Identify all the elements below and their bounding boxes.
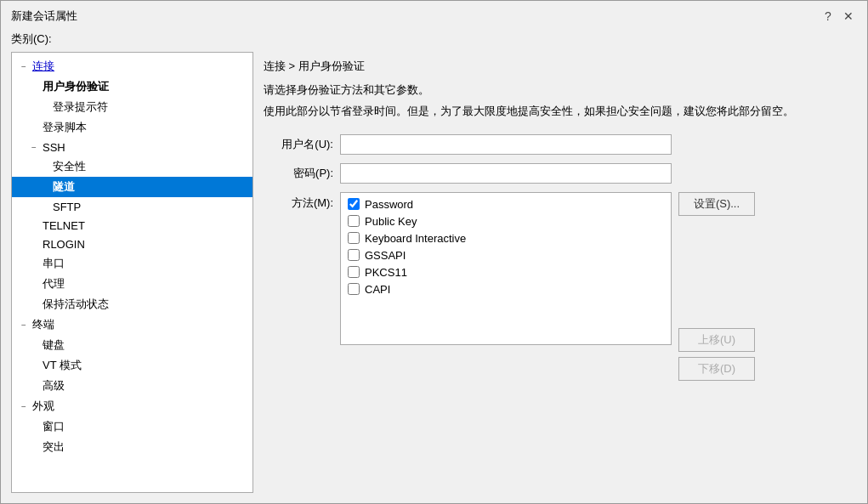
tree-label: 用户身份验证 <box>43 79 109 94</box>
tree-label: 安全性 <box>53 159 86 174</box>
sidebar-item-auth[interactable]: 用户身份验证 <box>12 76 252 97</box>
title-bar: 新建会话属性 ? ✕ <box>1 1 867 28</box>
tree-label: 登录脚本 <box>43 120 87 135</box>
sidebar-item-rlogin[interactable]: RLOGIN <box>12 235 252 253</box>
sidebar-item-terminal[interactable]: − 终端 <box>12 314 252 335</box>
title-controls: ? ✕ <box>820 8 857 25</box>
sidebar-item-vt-mode[interactable]: VT 模式 <box>12 355 252 376</box>
method-public-key-item: Public Key <box>348 215 664 228</box>
method-capi-item: CAPI <box>348 283 664 296</box>
description2: 使用此部分以节省登录时间。但是，为了最大限度地提高安全性，如果担心安全问题，建议… <box>264 103 857 121</box>
method-buttons: 设置(S)... 上移(U) 下移(D) <box>678 192 755 381</box>
tree-panel: − 连接 用户身份验证 登录提示符 <box>11 52 253 493</box>
sidebar-item-keepalive[interactable]: 保持活动状态 <box>12 294 252 314</box>
method-pkcs11-item: PKCS11 <box>348 266 664 279</box>
sidebar-item-login-prompt[interactable]: 登录提示符 <box>12 97 252 117</box>
password-row: 密码(P): <box>264 163 857 184</box>
tree-label: SFTP <box>53 201 81 213</box>
sidebar-item-tunnel[interactable]: 隧道 <box>12 177 252 197</box>
method-capi-checkbox[interactable] <box>348 283 360 295</box>
spacer-icon <box>27 359 41 372</box>
tree-label: 窗口 <box>43 419 65 434</box>
spacer-icon <box>37 200 51 213</box>
method-public-key-label: Public Key <box>365 215 417 228</box>
method-pkcs11-checkbox[interactable] <box>348 266 360 278</box>
dialog-body: − 连接 用户身份验证 登录提示符 <box>1 52 867 503</box>
sidebar-item-advanced[interactable]: 高级 <box>12 376 252 396</box>
sidebar-item-security[interactable]: 安全性 <box>12 156 252 177</box>
sidebar-item-login-script[interactable]: 登录脚本 <box>12 117 252 138</box>
method-gssapi-checkbox[interactable] <box>348 249 360 261</box>
tree-label: RLOGIN <box>43 238 85 251</box>
tree-label: 登录提示符 <box>53 99 108 115</box>
username-label: 用户名(U): <box>264 137 340 152</box>
method-with-buttons: Password Public Key Keyboard Interactive <box>340 192 755 381</box>
sidebar-item-window[interactable]: 窗口 <box>12 416 252 437</box>
tree-label: 串口 <box>43 256 65 271</box>
minus-icon: − <box>17 318 31 331</box>
tree-label: 代理 <box>43 276 65 292</box>
close-button[interactable]: ✕ <box>840 8 857 25</box>
method-label: 方法(M): <box>264 192 340 211</box>
method-public-key-checkbox[interactable] <box>348 215 360 227</box>
setup-button[interactable]: 设置(S)... <box>678 192 755 216</box>
tree-label: 连接 <box>32 59 54 74</box>
password-label: 密码(P): <box>264 166 340 181</box>
category-label: 类别(C): <box>1 28 867 52</box>
spacer-icon <box>27 297 41 311</box>
breadcrumb: 连接 > 用户身份验证 <box>264 52 857 82</box>
tree-label: 隧道 <box>53 179 75 195</box>
spacer-icon <box>27 237 41 251</box>
tree-label: 终端 <box>32 317 54 332</box>
sidebar-item-proxy[interactable]: 代理 <box>12 274 252 294</box>
method-gssapi-label: GSSAPI <box>365 249 406 262</box>
sidebar-item-telnet[interactable]: TELNET <box>12 216 252 235</box>
minus-icon: − <box>17 59 31 73</box>
spacer-icon <box>37 180 51 194</box>
method-password-label: Password <box>365 198 413 211</box>
method-keyboard-interactive-checkbox[interactable] <box>348 232 360 244</box>
spacer-icon <box>27 218 41 232</box>
tree-label: 高级 <box>43 378 65 394</box>
method-gssapi-item: GSSAPI <box>348 249 664 262</box>
method-row: 方法(M): Password Public Key <box>264 192 857 381</box>
method-password-checkbox[interactable] <box>348 198 360 210</box>
method-capi-label: CAPI <box>365 283 390 296</box>
tree-label: 突出 <box>43 439 65 455</box>
spacer-icon <box>37 160 51 173</box>
spacer-icon <box>37 100 51 114</box>
help-button[interactable]: ? <box>820 8 837 25</box>
tree-label: 保持活动状态 <box>43 297 109 312</box>
spacer-icon <box>27 277 41 291</box>
password-input[interactable] <box>340 163 672 184</box>
tree-label: TELNET <box>43 219 85 232</box>
method-list-box: Password Public Key Keyboard Interactive <box>340 192 672 345</box>
spacer-icon <box>27 338 41 352</box>
spacer-icon <box>27 440 41 454</box>
method-keyboard-interactive-label: Keyboard Interactive <box>365 232 466 245</box>
down-button[interactable]: 下移(D) <box>678 357 755 381</box>
spacer-icon <box>27 257 41 270</box>
sidebar-item-popup[interactable]: 突出 <box>12 437 252 457</box>
method-pkcs11-label: PKCS11 <box>365 266 407 279</box>
sidebar-item-sftp[interactable]: SFTP <box>12 197 252 216</box>
sidebar-item-ssh[interactable]: − SSH <box>12 138 252 156</box>
dialog: 新建会话属性 ? ✕ 类别(C): − 连接 用户身份验证 <box>0 0 868 504</box>
tree-label: SSH <box>43 141 65 154</box>
minus-icon: − <box>27 140 41 154</box>
up-button[interactable]: 上移(U) <box>678 328 755 352</box>
sidebar-item-serial[interactable]: 串口 <box>12 253 252 274</box>
spacer-icon <box>27 121 41 134</box>
method-keyboard-interactive-item: Keyboard Interactive <box>348 232 664 245</box>
spacer-icon <box>27 80 41 93</box>
sidebar-item-keyboard[interactable]: 键盘 <box>12 335 252 355</box>
method-password-item: Password <box>348 198 664 211</box>
sidebar-item-appearance[interactable]: − 外观 <box>12 396 252 416</box>
dialog-title: 新建会话属性 <box>11 8 77 24</box>
tree-label: 外观 <box>32 399 54 414</box>
username-input[interactable] <box>340 134 672 155</box>
sidebar-item-connection[interactable]: − 连接 <box>12 56 252 76</box>
content-panel: 连接 > 用户身份验证 请选择身份验证方法和其它参数。 使用此部分以节省登录时间… <box>253 52 857 493</box>
tree-label: 键盘 <box>43 337 65 353</box>
tree-label: VT 模式 <box>43 358 82 373</box>
